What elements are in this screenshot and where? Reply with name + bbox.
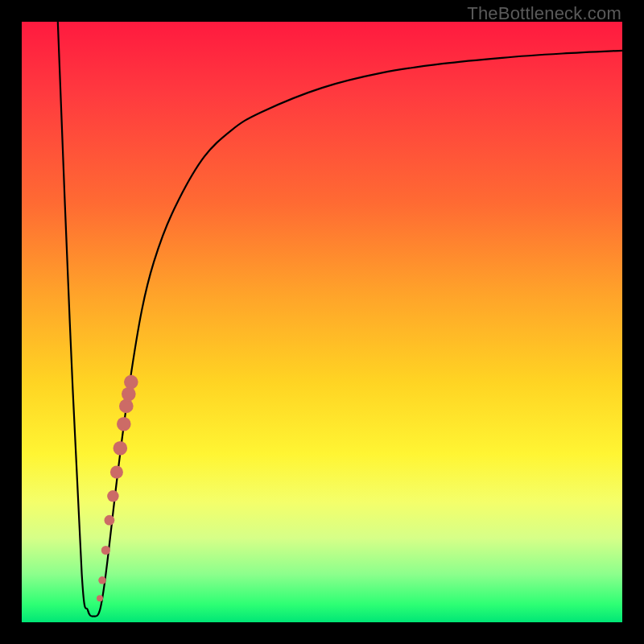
- data-dot: [105, 515, 115, 526]
- dot-cluster: [97, 375, 138, 601]
- data-dot: [122, 387, 136, 402]
- chart-frame: TheBottleneck.com: [0, 0, 644, 644]
- data-dot: [98, 576, 106, 584]
- data-dot: [101, 546, 110, 555]
- data-dot: [110, 466, 123, 479]
- data-dot: [119, 399, 134, 414]
- data-dot: [97, 595, 103, 601]
- bottleneck-curve-path: [58, 22, 622, 617]
- chart-svg: [22, 22, 622, 622]
- data-dot: [124, 375, 138, 390]
- data-dot: [107, 490, 118, 502]
- data-dot: [114, 441, 128, 456]
- data-dot: [117, 417, 131, 431]
- watermark-text: TheBottleneck.com: [467, 3, 621, 24]
- plot-area: [22, 22, 622, 622]
